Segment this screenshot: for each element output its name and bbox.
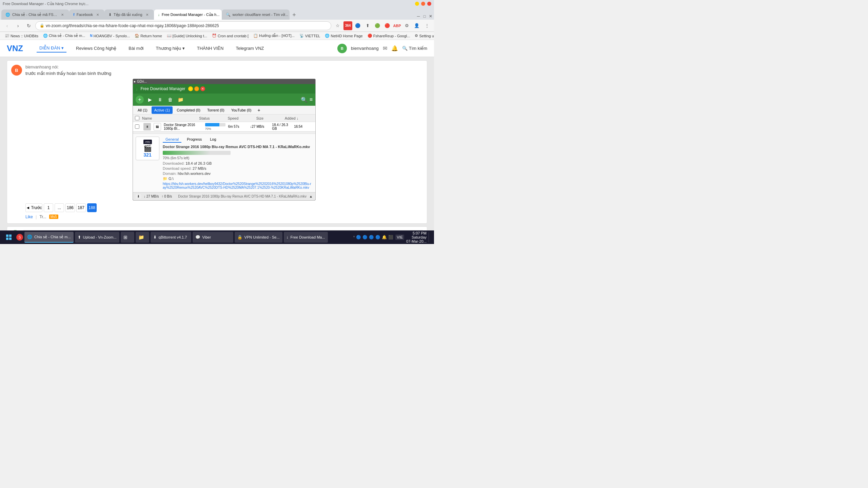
mail-icon[interactable]: ✉ (383, 45, 387, 52)
page-186-btn[interactable]: 186 (65, 203, 75, 212)
page-1-btn[interactable]: 1 (44, 203, 53, 212)
page-187-btn[interactable]: 187 (76, 203, 86, 212)
ext-icon-2[interactable]: ⬆ (363, 21, 372, 30)
bookmark-news[interactable]: 📰 News :: UHDBits (3, 33, 40, 39)
new-tab-button[interactable]: + (290, 10, 299, 20)
like-btn[interactable]: Like (25, 215, 33, 219)
browser-tab-4[interactable]: ↓ Free Download Manager - Cửa h... ✕ (154, 9, 222, 20)
browser-tab-5[interactable]: 🔍 worker cloudflare reset - Tìm vờ... ✕ (222, 9, 290, 20)
minimize-btn[interactable] (415, 2, 419, 6)
fdm-detail-tab-progress[interactable]: Progress (184, 137, 204, 143)
ext-364-icon[interactable]: 364 (343, 21, 352, 30)
prev-page-btn[interactable]: ◄ Trước (25, 203, 42, 212)
nav-telegram[interactable]: Telegram VNZ (233, 44, 267, 52)
tray-expand[interactable]: ^ (353, 236, 355, 239)
fdm-tab-completed[interactable]: Completed (0) (174, 106, 203, 114)
taskbar-item-8[interactable]: ↓ Free Download Ma... (284, 232, 328, 243)
tray-icon-4[interactable]: 🔵 (375, 235, 380, 240)
browser-tab-2[interactable]: f Facebook ✕ (69, 9, 104, 20)
close-window-btn[interactable]: ✕ (429, 14, 433, 18)
show-desktop-btn[interactable] (429, 232, 431, 242)
page-188-btn[interactable]: 188 (87, 203, 97, 212)
tray-icon-1[interactable]: 🔵 (356, 235, 361, 240)
address-bar[interactable]: 🔒 vn-zoom.org/threads/chia-se-ma-fshare-… (35, 21, 331, 30)
bookmark-viettel[interactable]: 📡 VIETTEL (297, 33, 322, 39)
bookmark-hoang[interactable]: N HOANGBV - Synolo... (88, 33, 132, 39)
fdm-add-btn[interactable]: + (136, 96, 144, 104)
browser-tab-3[interactable]: ⬇ Tệp đã tải xuống ✕ (104, 9, 154, 20)
search-area[interactable]: 🔍 Tìm kiếm (402, 46, 427, 51)
minimize-window-btn[interactable]: ─ (416, 14, 420, 18)
fdm-status-expand[interactable]: ▲ (309, 195, 313, 198)
bookmark-guide[interactable]: 📖 [Guide] Unlocking t... (165, 33, 209, 39)
bookmark-return[interactable]: 🏠 Return home (133, 33, 164, 39)
fdm-tab-torrent[interactable]: Torrent (0) (204, 106, 227, 114)
tray-icon-2[interactable]: 🔵 (362, 235, 368, 240)
tab1-close[interactable]: ✕ (60, 12, 65, 17)
taskbar-security-icon[interactable]: S (16, 234, 23, 241)
ext-icon-4[interactable]: 🔴 (383, 21, 392, 30)
bookmark-chiase[interactable]: 🌐 Chia sẻ - Chia sẻ m... (41, 33, 87, 39)
reload-button[interactable]: ↻ (24, 21, 33, 30)
fdm-detail-tab-general[interactable]: General (163, 137, 181, 143)
maximize-btn[interactable] (421, 2, 425, 6)
fdm-select-all[interactable] (135, 116, 139, 120)
translate-btn[interactable]: Tr... (39, 215, 46, 219)
fdm-play-btn[interactable]: ▶ (146, 96, 154, 104)
tray-icon-3[interactable]: 🔵 (369, 235, 374, 240)
nav-thuong-hieu[interactable]: Thương hiệu ▾ (153, 44, 187, 52)
ext-icon-1[interactable]: 🔵 (353, 21, 362, 30)
fdm-minimize[interactable]: ─ (188, 86, 193, 91)
browser-tab-1[interactable]: 🌐 Chia sẻ - Chia sẻ mã FShare (FC... ✕ (1, 9, 69, 20)
taskbar-clock[interactable]: 5:07 PM Saturday 07-Mar-20... (406, 231, 427, 243)
taskbar-item-4[interactable]: 📁 (136, 232, 149, 243)
fdm-folder-btn[interactable]: 📁 (176, 96, 184, 104)
fdm-pause-btn[interactable]: ⏸ (156, 96, 164, 104)
bookmark-huongdan[interactable]: 📋 Hướng dẫn - [HOT]... (251, 33, 297, 39)
fdm-restore[interactable]: □ (194, 86, 199, 91)
taskbar-item-5[interactable]: ⬇ qBittorrent v4.1.7 (151, 232, 191, 243)
bookmark-fshare[interactable]: 🔴 FshareReup - Googl... (366, 33, 412, 39)
fdm-tab-youtube[interactable]: YouTube (0) (229, 106, 254, 114)
taskbar-item-2[interactable]: ⬆ Upload - Vn-Zoom... (75, 232, 119, 243)
ext-icon-5[interactable]: ⚙ (402, 21, 411, 30)
language-indicator[interactable]: VIE (395, 235, 404, 240)
nav-dien-dan[interactable]: DIỄN ĐÀN ▾ (37, 44, 66, 53)
taskbar-item-7[interactable]: 🔒 VPN Unlimited - Se... (235, 232, 282, 243)
bookmark-cron[interactable]: ⏰ Cron and crontab [ (210, 33, 251, 39)
tab2-close[interactable]: ✕ (95, 12, 100, 17)
tray-icon-6[interactable]: ⬛ (388, 235, 393, 240)
ext-icon-3[interactable]: 🟢 (373, 21, 382, 30)
forward-button[interactable]: › (14, 21, 22, 30)
fdm-delete-btn[interactable]: 🗑 (166, 96, 174, 104)
taskbar-item-6[interactable]: 💬 Viber (193, 232, 233, 243)
restore-window-btn[interactable]: □ (422, 14, 427, 18)
tab3-close[interactable]: ✕ (144, 12, 150, 17)
ext-icon-6[interactable]: 👤 (412, 21, 421, 30)
fdm-tab-all[interactable]: All (1) (135, 106, 150, 114)
nav-bai-moi[interactable]: Bài mới (126, 44, 146, 52)
fdm-detail-tab-log[interactable]: Log (207, 137, 219, 143)
fdm-pause-indicator[interactable]: ⏸ (143, 123, 151, 130)
fdm-close[interactable]: ✕ (200, 86, 205, 91)
tray-icon-5[interactable]: 🔔 (382, 235, 387, 240)
fdm-search-btn[interactable]: 🔍 (301, 97, 308, 103)
fdm-add-tab-btn[interactable]: + (255, 107, 262, 113)
star-icon[interactable]: ☆ (333, 21, 342, 30)
bookmark-nethd[interactable]: 🌐 NetHD Home Page (323, 33, 364, 39)
bell-icon[interactable]: 🔔 (391, 45, 398, 52)
bookmark-setting[interactable]: ⚙ Setting up Automat... (413, 33, 434, 39)
nav-thanh-vien[interactable]: THÀNH VIÊN (194, 44, 226, 52)
start-button[interactable] (3, 232, 15, 242)
close-btn[interactable] (427, 2, 431, 6)
fdm-link[interactable]: https://hbv.fsh.workers.dev/hellboy9432/… (163, 182, 313, 189)
taskbar-item-1[interactable]: 🌐 Chia sẻ - Chia sẻ m... (24, 232, 74, 243)
menu-button[interactable]: ⋮ (422, 21, 431, 30)
fdm-file-checkbox[interactable] (135, 124, 139, 129)
ext-adblock-icon[interactable]: ABP (393, 21, 401, 30)
username[interactable]: bienvanhoang (351, 46, 379, 51)
fdm-menu-btn[interactable]: ≡ (310, 97, 313, 103)
back-button[interactable]: ‹ (3, 21, 12, 30)
fdm-tab-active[interactable]: Active (1) (152, 106, 173, 114)
taskbar-item-3[interactable]: ⊞ (121, 232, 134, 243)
